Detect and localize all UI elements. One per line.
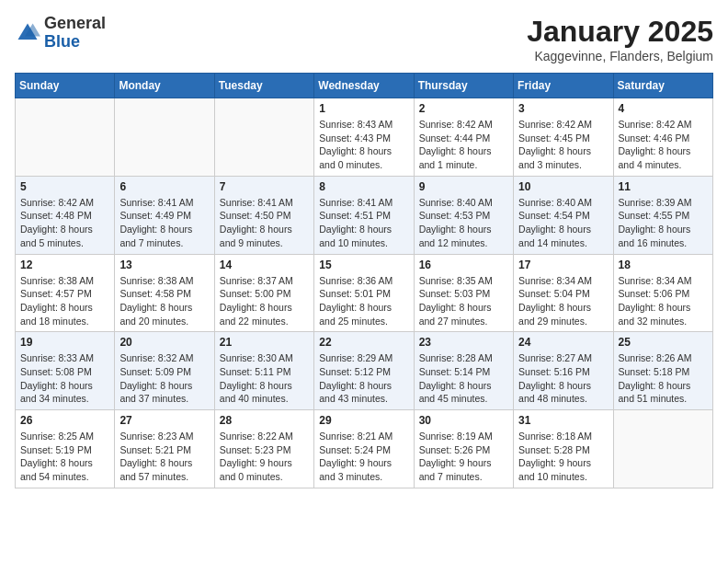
calendar-cell: 20Sunrise: 8:32 AM Sunset: 5:09 PM Dayli… xyxy=(115,332,214,410)
day-info: Sunrise: 8:33 AM Sunset: 5:08 PM Dayligh… xyxy=(20,351,109,406)
weekday-header: Monday xyxy=(115,74,214,98)
day-number: 5 xyxy=(20,180,109,193)
calendar-cell: 11Sunrise: 8:39 AM Sunset: 4:55 PM Dayli… xyxy=(613,176,712,254)
day-number: 22 xyxy=(319,336,408,349)
day-number: 9 xyxy=(419,180,508,193)
calendar-cell: 31Sunrise: 8:18 AM Sunset: 5:28 PM Dayli… xyxy=(514,410,613,488)
day-number: 7 xyxy=(220,180,309,193)
page-header: General Blue January 2025 Kaggevinne, Fl… xyxy=(15,15,713,63)
weekday-header: Tuesday xyxy=(214,74,313,98)
day-number: 24 xyxy=(518,336,608,349)
weekday-header: Wednesday xyxy=(314,74,414,98)
day-number: 18 xyxy=(619,259,708,271)
calendar-cell: 17Sunrise: 8:34 AM Sunset: 5:04 PM Dayli… xyxy=(514,254,613,332)
day-info: Sunrise: 8:41 AM Sunset: 4:51 PM Dayligh… xyxy=(319,196,408,250)
calendar-cell: 21Sunrise: 8:30 AM Sunset: 5:11 PM Dayli… xyxy=(214,332,313,410)
logo-text: General Blue xyxy=(44,15,106,52)
day-number: 11 xyxy=(619,180,708,193)
calendar-cell: 27Sunrise: 8:23 AM Sunset: 5:21 PM Dayli… xyxy=(115,410,214,488)
calendar-cell: 18Sunrise: 8:34 AM Sunset: 5:06 PM Dayli… xyxy=(613,254,712,332)
calendar-week-row: 1Sunrise: 8:43 AM Sunset: 4:43 PM Daylig… xyxy=(16,98,713,177)
day-number: 25 xyxy=(619,336,708,349)
calendar-week-row: 12Sunrise: 8:38 AM Sunset: 4:57 PM Dayli… xyxy=(16,254,713,332)
calendar-cell: 23Sunrise: 8:28 AM Sunset: 5:14 PM Dayli… xyxy=(414,332,513,410)
day-number: 3 xyxy=(518,102,608,115)
day-info: Sunrise: 8:42 AM Sunset: 4:44 PM Dayligh… xyxy=(419,118,508,172)
weekday-header-row: SundayMondayTuesdayWednesdayThursdayFrid… xyxy=(16,74,713,98)
day-info: Sunrise: 8:21 AM Sunset: 5:24 PM Dayligh… xyxy=(319,430,408,484)
calendar-week-row: 19Sunrise: 8:33 AM Sunset: 5:08 PM Dayli… xyxy=(16,332,713,410)
logo-blue: Blue xyxy=(44,33,106,52)
calendar-cell xyxy=(214,98,313,177)
day-info: Sunrise: 8:39 AM Sunset: 4:55 PM Dayligh… xyxy=(619,196,708,250)
day-number: 6 xyxy=(119,180,209,193)
day-info: Sunrise: 8:41 AM Sunset: 4:50 PM Dayligh… xyxy=(220,196,309,250)
day-info: Sunrise: 8:19 AM Sunset: 5:26 PM Dayligh… xyxy=(419,430,508,484)
weekday-header: Sunday xyxy=(16,74,115,98)
day-info: Sunrise: 8:27 AM Sunset: 5:16 PM Dayligh… xyxy=(518,351,608,406)
day-info: Sunrise: 8:37 AM Sunset: 5:00 PM Dayligh… xyxy=(220,274,309,328)
logo-icon xyxy=(15,20,40,46)
calendar-cell: 13Sunrise: 8:38 AM Sunset: 4:58 PM Dayli… xyxy=(115,254,214,332)
day-number: 26 xyxy=(20,414,109,427)
calendar-cell: 7Sunrise: 8:41 AM Sunset: 4:50 PM Daylig… xyxy=(214,176,313,254)
day-info: Sunrise: 8:29 AM Sunset: 5:12 PM Dayligh… xyxy=(319,351,408,406)
calendar-cell xyxy=(115,98,214,177)
calendar-cell: 29Sunrise: 8:21 AM Sunset: 5:24 PM Dayli… xyxy=(314,410,414,488)
calendar: SundayMondayTuesdayWednesdayThursdayFrid… xyxy=(15,73,713,488)
day-number: 30 xyxy=(419,414,508,427)
day-number: 10 xyxy=(518,180,608,193)
day-number: 27 xyxy=(119,414,209,427)
calendar-cell: 3Sunrise: 8:42 AM Sunset: 4:45 PM Daylig… xyxy=(514,98,613,177)
day-info: Sunrise: 8:26 AM Sunset: 5:18 PM Dayligh… xyxy=(619,351,708,406)
day-number: 16 xyxy=(419,259,508,271)
day-info: Sunrise: 8:42 AM Sunset: 4:45 PM Dayligh… xyxy=(518,118,608,172)
day-number: 23 xyxy=(419,336,508,349)
day-info: Sunrise: 8:22 AM Sunset: 5:23 PM Dayligh… xyxy=(220,430,309,484)
day-info: Sunrise: 8:36 AM Sunset: 5:01 PM Dayligh… xyxy=(319,274,408,328)
day-info: Sunrise: 8:25 AM Sunset: 5:19 PM Dayligh… xyxy=(20,430,109,484)
day-info: Sunrise: 8:34 AM Sunset: 5:06 PM Dayligh… xyxy=(619,274,708,328)
logo-general: General xyxy=(44,15,106,33)
day-info: Sunrise: 8:18 AM Sunset: 5:28 PM Dayligh… xyxy=(518,430,608,484)
calendar-cell: 2Sunrise: 8:42 AM Sunset: 4:44 PM Daylig… xyxy=(414,98,513,177)
day-info: Sunrise: 8:38 AM Sunset: 4:58 PM Dayligh… xyxy=(119,274,209,328)
calendar-cell: 19Sunrise: 8:33 AM Sunset: 5:08 PM Dayli… xyxy=(16,332,115,410)
calendar-cell: 1Sunrise: 8:43 AM Sunset: 4:43 PM Daylig… xyxy=(314,98,414,177)
day-number: 2 xyxy=(419,102,508,115)
calendar-cell: 12Sunrise: 8:38 AM Sunset: 4:57 PM Dayli… xyxy=(16,254,115,332)
calendar-cell: 9Sunrise: 8:40 AM Sunset: 4:53 PM Daylig… xyxy=(414,176,513,254)
day-number: 14 xyxy=(220,259,309,271)
day-info: Sunrise: 8:34 AM Sunset: 5:04 PM Dayligh… xyxy=(518,274,608,328)
calendar-cell: 30Sunrise: 8:19 AM Sunset: 5:26 PM Dayli… xyxy=(414,410,513,488)
day-info: Sunrise: 8:43 AM Sunset: 4:43 PM Dayligh… xyxy=(319,118,408,172)
day-number: 31 xyxy=(518,414,608,427)
title-block: January 2025 Kaggevinne, Flanders, Belgi… xyxy=(527,15,713,63)
day-info: Sunrise: 8:41 AM Sunset: 4:49 PM Dayligh… xyxy=(119,196,209,250)
logo: General Blue xyxy=(15,15,106,52)
calendar-cell: 24Sunrise: 8:27 AM Sunset: 5:16 PM Dayli… xyxy=(514,332,613,410)
calendar-week-row: 5Sunrise: 8:42 AM Sunset: 4:48 PM Daylig… xyxy=(16,176,713,254)
day-info: Sunrise: 8:32 AM Sunset: 5:09 PM Dayligh… xyxy=(119,351,209,406)
day-info: Sunrise: 8:38 AM Sunset: 4:57 PM Dayligh… xyxy=(20,274,109,328)
day-number: 29 xyxy=(319,414,408,427)
weekday-header: Saturday xyxy=(613,74,712,98)
day-number: 20 xyxy=(119,336,209,349)
day-number: 8 xyxy=(319,180,408,193)
calendar-cell: 14Sunrise: 8:37 AM Sunset: 5:00 PM Dayli… xyxy=(214,254,313,332)
calendar-cell: 28Sunrise: 8:22 AM Sunset: 5:23 PM Dayli… xyxy=(214,410,313,488)
day-number: 28 xyxy=(220,414,309,427)
calendar-cell: 15Sunrise: 8:36 AM Sunset: 5:01 PM Dayli… xyxy=(314,254,414,332)
day-number: 4 xyxy=(619,102,708,115)
weekday-header: Friday xyxy=(514,74,613,98)
calendar-cell: 4Sunrise: 8:42 AM Sunset: 4:46 PM Daylig… xyxy=(613,98,712,177)
calendar-cell: 5Sunrise: 8:42 AM Sunset: 4:48 PM Daylig… xyxy=(16,176,115,254)
calendar-cell: 26Sunrise: 8:25 AM Sunset: 5:19 PM Dayli… xyxy=(16,410,115,488)
day-number: 15 xyxy=(319,259,408,271)
calendar-cell: 6Sunrise: 8:41 AM Sunset: 4:49 PM Daylig… xyxy=(115,176,214,254)
day-info: Sunrise: 8:40 AM Sunset: 4:53 PM Dayligh… xyxy=(419,196,508,250)
day-info: Sunrise: 8:28 AM Sunset: 5:14 PM Dayligh… xyxy=(419,351,508,406)
calendar-cell xyxy=(613,410,712,488)
day-number: 17 xyxy=(518,259,608,271)
calendar-cell: 16Sunrise: 8:35 AM Sunset: 5:03 PM Dayli… xyxy=(414,254,513,332)
